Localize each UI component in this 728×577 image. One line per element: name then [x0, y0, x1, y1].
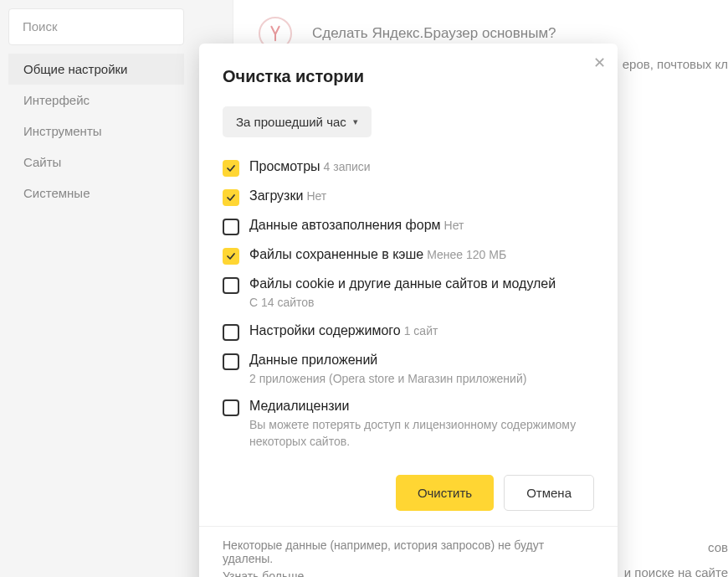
option-text: Данные приложений2 приложения (Opera sto… — [249, 353, 594, 388]
option-hint: Менее 120 МБ — [427, 248, 506, 261]
option-row: МедиалицензииВы можете потерять доступ к… — [223, 399, 594, 450]
checkbox[interactable] — [223, 219, 239, 235]
option-hint: 1 сайт — [404, 324, 438, 337]
option-row: Файлы сохраненные в кэшеМенее 120 МБ — [223, 247, 594, 265]
option-subtext: Вы можете потерять доступ к лицензионном… — [249, 417, 594, 450]
footer-text: Некоторые данные (например, история запр… — [223, 538, 594, 565]
learn-more-link[interactable]: Узнать больше — [223, 569, 304, 577]
checkbox[interactable] — [223, 277, 239, 294]
time-range-dropdown[interactable]: За прошедший час ▾ — [223, 106, 372, 137]
chevron-down-icon: ▾ — [353, 116, 358, 127]
checkbox[interactable] — [223, 399, 239, 416]
bg-partial-text: еров, почтовых кл — [623, 57, 728, 71]
bg-partial-text: сов — [708, 540, 728, 554]
bg-partial-text: и поиске на сайте — [624, 565, 728, 577]
option-text: Данные автозаполнения формНет — [249, 218, 594, 233]
option-subtext: 2 приложения (Opera store и Магазин прил… — [249, 371, 594, 388]
option-text: Файлы сохраненные в кэшеМенее 120 МБ — [249, 247, 594, 262]
sidebar-item[interactable]: Общие настройки — [8, 54, 184, 85]
dialog-footer: Некоторые данные (например, история запр… — [199, 526, 618, 577]
option-text: МедиалицензииВы можете потерять доступ к… — [249, 399, 594, 450]
option-label: Данные приложений — [249, 353, 377, 367]
option-label: Данные автозаполнения форм — [249, 218, 441, 232]
option-text: Просмотры4 записи — [249, 159, 594, 174]
option-label: Настройки содержимого — [249, 323, 401, 337]
option-hint: Нет — [306, 189, 326, 203]
options-list: Просмотры4 записиЗагрузкиНетДанные автоз… — [223, 159, 594, 450]
option-row: Файлы cookie и другие данные сайтов и мо… — [223, 276, 594, 312]
dialog-title: Очистка истории — [223, 67, 594, 86]
sidebar-item[interactable]: Сайты — [8, 147, 184, 178]
option-label: Медиалицензии — [249, 399, 349, 413]
sidebar-item[interactable]: Инструменты — [8, 116, 184, 147]
option-label: Просмотры — [249, 159, 320, 173]
checkbox[interactable] — [223, 160, 239, 177]
banner-text: Сделать Яндекс.Браузер основным? — [312, 25, 556, 42]
checkbox[interactable] — [223, 353, 239, 370]
option-label: Загрузки — [249, 188, 303, 203]
checkbox[interactable] — [223, 248, 239, 265]
clear-history-dialog: ✕ Очистка истории За прошедший час ▾ Про… — [199, 44, 618, 577]
option-text: Настройки содержимого1 сайт — [249, 323, 594, 338]
search-input[interactable] — [23, 19, 170, 33]
option-hint: 4 записи — [324, 160, 371, 173]
sidebar-item[interactable]: Системные — [8, 178, 184, 209]
cancel-button[interactable]: Отмена — [504, 475, 594, 511]
clear-button[interactable]: Очистить — [396, 475, 494, 511]
time-range-value: За прошедший час — [236, 115, 346, 129]
option-row: Просмотры4 записи — [223, 159, 594, 177]
search-box[interactable] — [8, 8, 184, 45]
checkbox[interactable] — [223, 189, 239, 206]
option-row: Настройки содержимого1 сайт — [223, 323, 594, 341]
option-row: Данные приложений2 приложения (Opera sto… — [223, 353, 594, 388]
option-text: Файлы cookie и другие данные сайтов и мо… — [249, 276, 594, 312]
option-row: ЗагрузкиНет — [223, 188, 594, 206]
settings-sidebar: Общие настройкиИнтерфейсИнструментыСайты… — [8, 0, 184, 209]
dialog-buttons: Очистить Отмена — [223, 475, 594, 511]
option-row: Данные автозаполнения формНет — [223, 218, 594, 235]
option-subtext: С 14 сайтов — [249, 295, 594, 312]
option-hint: Нет — [444, 219, 464, 232]
sidebar-item[interactable]: Интерфейс — [8, 85, 184, 116]
checkbox[interactable] — [223, 324, 239, 341]
option-label: Файлы cookie и другие данные сайтов и мо… — [249, 276, 556, 291]
option-label: Файлы сохраненные в кэше — [249, 247, 423, 261]
close-icon[interactable]: ✕ — [593, 55, 606, 70]
option-text: ЗагрузкиНет — [249, 188, 594, 203]
